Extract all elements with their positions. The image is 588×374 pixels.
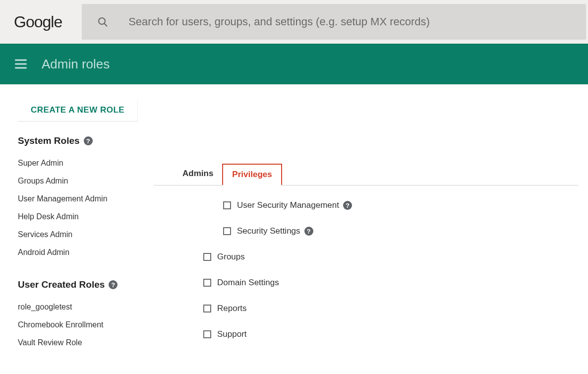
- menu-icon[interactable]: [14, 57, 28, 71]
- checkbox[interactable]: [223, 201, 231, 209]
- privilege-label: Reports: [217, 304, 247, 313]
- page-title: Admin roles: [42, 57, 110, 72]
- privilege-domain-settings: Domain Settings: [203, 278, 578, 288]
- svg-rect-4: [15, 67, 26, 68]
- content: Admins Privileges User Security Manageme…: [154, 99, 588, 370]
- svg-line-1: [104, 23, 107, 26]
- help-icon[interactable]: ?: [84, 136, 93, 145]
- privilege-label: User Security Management: [237, 200, 339, 210]
- sidebar-item-user-management-admin[interactable]: User Management Admin: [18, 190, 142, 208]
- system-roles-list: Super Admin Groups Admin User Management…: [18, 154, 142, 261]
- search-input[interactable]: [128, 15, 571, 28]
- privilege-support: Support: [203, 329, 578, 339]
- sidebar-item-vault-review-role[interactable]: Vault Review Role: [18, 334, 142, 352]
- sidebar-item-super-admin[interactable]: Super Admin: [18, 154, 142, 172]
- user-roles-header: User Created Roles ?: [18, 279, 142, 290]
- svg-rect-2: [15, 60, 26, 61]
- checkbox[interactable]: [203, 253, 211, 261]
- create-role-button[interactable]: CREATE A NEW ROLE: [18, 99, 138, 122]
- sidebar-item-android-admin[interactable]: Android Admin: [18, 244, 142, 261]
- help-icon[interactable]: ?: [304, 227, 313, 236]
- privilege-reports: Reports: [203, 304, 578, 313]
- tab-privileges[interactable]: Privileges: [222, 164, 282, 186]
- svg-point-0: [99, 18, 105, 24]
- sidebar: CREATE A NEW ROLE System Roles ? Super A…: [0, 99, 154, 370]
- main: CREATE A NEW ROLE System Roles ? Super A…: [0, 84, 588, 370]
- sidebar-item-chromebook-enrollment[interactable]: Chromebook Enrollment: [18, 316, 142, 334]
- page-header: Admin roles: [0, 44, 588, 84]
- sidebar-item-services-admin[interactable]: Services Admin: [18, 226, 142, 244]
- searchbar: [82, 4, 586, 40]
- sidebar-item-groups-admin[interactable]: Groups Admin: [18, 172, 142, 190]
- user-roles-heading: User Created Roles: [18, 279, 105, 290]
- privileges-list: User Security Management ? Security Sett…: [154, 186, 578, 339]
- sidebar-item-help-desk-admin[interactable]: Help Desk Admin: [18, 208, 142, 226]
- help-icon[interactable]: ?: [343, 201, 352, 210]
- search-icon: [97, 16, 109, 28]
- privilege-groups: Groups: [203, 252, 578, 262]
- privilege-label: Security Settings: [237, 226, 300, 236]
- tab-admins[interactable]: Admins: [174, 164, 222, 185]
- privilege-security-settings: Security Settings ?: [203, 226, 578, 236]
- checkbox[interactable]: [203, 305, 211, 312]
- help-icon[interactable]: ?: [109, 280, 118, 289]
- svg-rect-3: [15, 63, 26, 65]
- privilege-label: Domain Settings: [217, 278, 279, 288]
- google-logo: Google: [14, 13, 62, 31]
- topbar: Google: [0, 0, 588, 44]
- privilege-label: Support: [217, 329, 247, 339]
- privilege-user-security-management: User Security Management ?: [203, 200, 578, 210]
- checkbox[interactable]: [203, 279, 211, 287]
- sidebar-item-role-googletest[interactable]: role_googletest: [18, 298, 142, 316]
- checkbox[interactable]: [223, 227, 231, 235]
- checkbox[interactable]: [203, 330, 211, 338]
- system-roles-heading: System Roles: [18, 135, 80, 146]
- tabs: Admins Privileges: [154, 164, 578, 186]
- privilege-label: Groups: [217, 252, 245, 262]
- user-roles-list: role_googletest Chromebook Enrollment Va…: [18, 298, 142, 352]
- system-roles-header: System Roles ?: [18, 135, 142, 146]
